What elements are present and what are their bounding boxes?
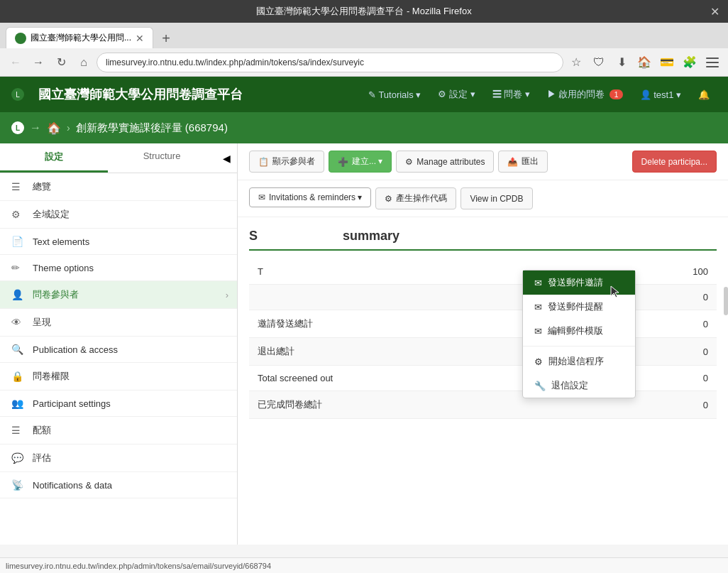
sidebar-item-label: Publication & access	[33, 344, 118, 355]
url-bar[interactable]	[96, 53, 563, 72]
browser-title: 國立臺灣師範大學公用問卷調查平台 - Mozilla Firefox	[256, 5, 471, 18]
table-row: 0	[249, 285, 717, 310]
close-icon[interactable]: ✕	[710, 5, 719, 18]
show-participants-button[interactable]: 📋 顯示參與者	[249, 151, 324, 173]
bookmark-icon[interactable]: ☆	[566, 53, 586, 72]
create-button[interactable]: ➕ 建立... ▾	[329, 151, 392, 173]
plus-icon: ➕	[338, 157, 348, 167]
sidebar-item-permissions[interactable]: 🔒 問卷權限	[0, 363, 237, 391]
lock-icon: 🔒	[11, 371, 26, 382]
table-row: Total screened out 0	[249, 366, 717, 391]
edit-email-template-item[interactable]: ✉ 編輯郵件模版	[523, 319, 635, 343]
sidebar-item-label: 問卷參與者	[33, 288, 79, 301]
manage-attributes-button[interactable]: ⚙ Manage attributes	[396, 151, 494, 173]
export-button[interactable]: 📤 匯出	[498, 151, 548, 173]
envelope-icon: ✉	[534, 326, 542, 337]
sidebar-item-theme-options[interactable]: ✏ Theme options	[0, 255, 237, 281]
sidebar-item-global-settings[interactable]: ⚙ 全域設定	[0, 201, 237, 229]
view-cpdb-button[interactable]: View in CPDB	[460, 187, 532, 209]
sidebar-item-assessment[interactable]: 💬 評估	[0, 444, 237, 472]
breadcrumb-home-icon[interactable]: →	[30, 121, 41, 134]
home-nav-icon[interactable]: 🏠	[634, 53, 654, 72]
envelope-icon: ✉	[534, 278, 542, 288]
eye-icon: 👁	[11, 317, 26, 328]
sidebar-item-presentation[interactable]: 👁 呈現	[0, 309, 237, 337]
app-favicon: L	[11, 88, 24, 101]
user-menu[interactable]: 👤 test1 ▾	[633, 87, 688, 103]
sidebar-item-publication-access[interactable]: 🔍 Publication & access	[0, 337, 237, 363]
search-icon: 🔍	[11, 344, 26, 355]
extensions-icon[interactable]: 🧩	[680, 53, 700, 72]
tutorials-menu[interactable]: ✎ Tutorials ▾	[361, 87, 428, 103]
notifications-icon: 📡	[11, 479, 26, 491]
envelope-icon: ✉	[258, 192, 265, 202]
invitations-dropdown: ✉ 發送郵件邀請 ✉ 發送郵件提醒	[522, 270, 636, 398]
sidebar-item-participants[interactable]: 👤 問卷參與者 ›	[0, 281, 237, 309]
summary-table: T 100 0 邀請發送總計 0 退出總計	[249, 259, 717, 419]
table-row: 邀請發送總計 0	[249, 310, 717, 338]
bounce-settings-item[interactable]: 🔧 退信設定	[523, 373, 635, 398]
tab-favicon	[15, 33, 26, 44]
users-icon: 👥	[11, 398, 26, 409]
sidebar-tabs: 設定 Structure ◀	[0, 143, 237, 173]
breadcrumb-home-link[interactable]: 🏠	[47, 121, 61, 135]
breadcrumb-arrow: ›	[67, 122, 70, 133]
comment-icon: 💬	[11, 452, 26, 464]
delete-participants-button[interactable]: Delete participa...	[632, 151, 717, 173]
back-button[interactable]: ←	[6, 53, 26, 72]
status-bar: limesurvey.iro.ntnu.edu.tw/index.php/adm…	[0, 557, 728, 573]
content-area: 📋 顯示參與者 ➕ 建立... ▾ ⚙ Manage attributes 📤 …	[238, 143, 728, 545]
sidebar-collapse-btn[interactable]: ◀	[216, 143, 237, 173]
invitations-reminders-button[interactable]: ✉ Invitations & reminders ▾	[249, 187, 371, 207]
active-tab[interactable]: 國立臺灣師範大學公用問... ✕	[6, 27, 153, 48]
browser-titlebar: 國立臺灣師範大學公用問卷調查平台 - Mozilla Firefox ✕	[0, 0, 728, 23]
sidebar-item-label: Notifications & data	[33, 480, 112, 491]
home-button[interactable]: ⌂	[74, 53, 94, 72]
table-row: 已完成問卷總計 0	[249, 391, 717, 419]
new-tab-button[interactable]: +	[156, 28, 176, 48]
app-logo: 國立臺灣師範大學公用問卷調查平台	[38, 86, 243, 103]
status-url: limesurvey.iro.ntnu.edu.tw/index.php/adm…	[6, 562, 271, 570]
sidebar-item-text-elements[interactable]: 📄 Text elements	[0, 229, 237, 255]
action-bar-row1: 📋 顯示參與者 ➕ 建立... ▾ ⚙ Manage attributes 📤 …	[238, 143, 728, 180]
tab-label: 國立臺灣師範大學公用問...	[31, 32, 131, 44]
tab-structure[interactable]: Structure	[108, 143, 216, 173]
sidebar-item-label: 配額	[33, 424, 51, 437]
browser-toolbar: ← → ↻ ⌂ ☆ 🛡 ⬇ 🏠 💳 🧩	[0, 48, 728, 77]
tab-settings[interactable]: 設定	[0, 143, 108, 173]
active-surveys-menu[interactable]: ▶ 啟用的問卷 1	[540, 85, 630, 104]
sidebar-item-quota[interactable]: ☰ 配額	[0, 417, 237, 444]
breadcrumb-bar: L → 🏠 › 創新教學實施課後評量 (668794)	[0, 112, 728, 143]
generate-token-button[interactable]: ⚙ 產生操作代碼	[375, 187, 456, 209]
manage-icon: ⚙	[405, 157, 413, 167]
send-email-invitation-item[interactable]: ✉ 發送郵件邀請	[523, 271, 635, 295]
reload-button[interactable]: ↻	[51, 53, 71, 72]
notifications-icon[interactable]: 🔔	[691, 87, 717, 103]
survey-menu[interactable]: ☰ 問卷 ▾	[485, 85, 537, 104]
send-email-reminder-item[interactable]: ✉ 發送郵件提醒	[523, 295, 635, 319]
sidebar-item-notifications[interactable]: 📡 Notifications & data	[0, 472, 237, 498]
wallet-icon[interactable]: 💳	[657, 53, 677, 72]
sidebar-item-participant-settings[interactable]: 👥 Participant settings	[0, 391, 237, 417]
settings-menu[interactable]: ⚙ 設定 ▾	[431, 85, 482, 104]
tab-close-icon[interactable]: ✕	[136, 33, 144, 44]
svg-rect-1	[706, 62, 719, 63]
start-bounce-processing-item[interactable]: ⚙ 開始退信程序	[523, 349, 635, 373]
wrench-icon: 🔧	[534, 381, 546, 391]
quota-icon: ☰	[11, 425, 26, 436]
download-icon[interactable]: ⬇	[612, 53, 632, 72]
sidebar-item-label: 問卷權限	[33, 370, 70, 383]
shield-icon[interactable]: 🛡	[589, 53, 609, 72]
menu-icon[interactable]	[702, 53, 722, 72]
gear-icon: ⚙	[534, 356, 543, 367]
sidebar-item-label: 總覽	[33, 180, 51, 193]
document-icon: 📄	[11, 236, 26, 247]
forward-button[interactable]: →	[28, 53, 48, 72]
sidebar-item-overview[interactable]: ☰ 總覽	[0, 173, 237, 201]
pencil-icon: ✏	[11, 262, 26, 273]
table-row: 退出總計 0	[249, 338, 717, 366]
sidebar-item-label: 評估	[33, 452, 51, 464]
svg-rect-0	[706, 58, 719, 59]
sidebar-item-label: Theme options	[33, 263, 94, 273]
export-icon: 📤	[507, 157, 518, 167]
